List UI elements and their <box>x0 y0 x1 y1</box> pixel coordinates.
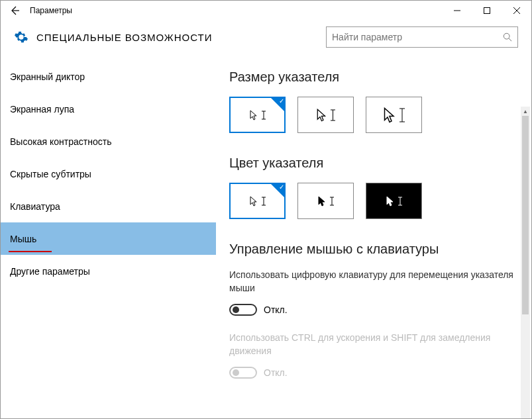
sidebar-item-keyboard[interactable]: Клавиатура <box>1 190 216 222</box>
cursor-icon <box>250 110 266 120</box>
ctrl-toggle <box>229 367 257 379</box>
pointer-color-heading: Цвет указателя <box>229 156 515 171</box>
cursor-icon <box>384 107 405 123</box>
gear-icon <box>14 30 28 44</box>
pointer-color-white[interactable] <box>229 183 286 219</box>
search-input[interactable] <box>332 32 503 42</box>
main-panel: Размер указателя <box>216 54 531 418</box>
scroll-up-icon[interactable]: ▲ <box>522 108 529 115</box>
search-icon <box>503 32 512 42</box>
ctrl-toggle-label: Откл. <box>264 367 288 378</box>
check-icon <box>270 183 285 198</box>
titlebar: Параметры <box>1 1 531 21</box>
sidebar-item-narrator[interactable]: Экранный диктор <box>1 60 216 93</box>
back-button[interactable] <box>5 1 25 21</box>
pointer-size-options <box>229 97 515 133</box>
sidebar: Экранный диктор Экранная лупа Высокая ко… <box>1 54 216 418</box>
ctrl-description: Использовать CTRL для ускорения и SHIFT … <box>229 332 515 357</box>
numpad-description: Использовать цифровую клавиатуру для пер… <box>229 269 515 295</box>
sidebar-item-other[interactable]: Другие параметры <box>1 255 216 287</box>
scroll-thumb[interactable] <box>522 116 529 314</box>
check-icon <box>270 97 285 112</box>
pointer-color-black[interactable] <box>297 183 354 219</box>
sidebar-item-high-contrast[interactable]: Высокая контрастность <box>1 125 216 158</box>
sidebar-item-magnifier[interactable]: Экранная лупа <box>1 93 216 125</box>
pointer-size-large[interactable] <box>366 97 422 133</box>
search-box[interactable] <box>326 26 518 48</box>
keyboard-mouse-heading: Управление мышью с клавиатуры <box>229 242 515 257</box>
cursor-icon <box>250 196 266 207</box>
maximize-button[interactable] <box>472 1 502 21</box>
cursor-icon <box>318 196 334 207</box>
cursor-icon <box>386 196 402 207</box>
pointer-size-heading: Размер указателя <box>229 70 515 85</box>
scrollbar[interactable]: ▲ ▼ <box>521 107 530 419</box>
sidebar-item-mouse[interactable]: Мышь <box>1 222 216 255</box>
sidebar-item-closed-captions[interactable]: Скрытые субтитры <box>1 158 216 190</box>
pointer-size-medium[interactable] <box>297 97 354 133</box>
pointer-color-inverted[interactable] <box>366 183 422 219</box>
svg-rect-1 <box>484 8 490 14</box>
pointer-size-small[interactable] <box>229 97 286 133</box>
numpad-toggle-label: Откл. <box>264 304 288 315</box>
header: СПЕЦИАЛЬНЫЕ ВОЗМОЖНОСТИ <box>1 21 531 54</box>
window-title: Параметры <box>30 6 72 15</box>
annotation-underline <box>9 251 52 252</box>
pointer-color-options <box>229 183 515 219</box>
svg-line-5 <box>509 38 511 41</box>
close-button[interactable] <box>502 1 531 21</box>
numpad-toggle[interactable] <box>229 304 257 316</box>
page-title: СПЕЦИАЛЬНЫЕ ВОЗМОЖНОСТИ <box>36 32 213 43</box>
minimize-button[interactable] <box>442 1 472 21</box>
cursor-icon <box>317 109 335 122</box>
